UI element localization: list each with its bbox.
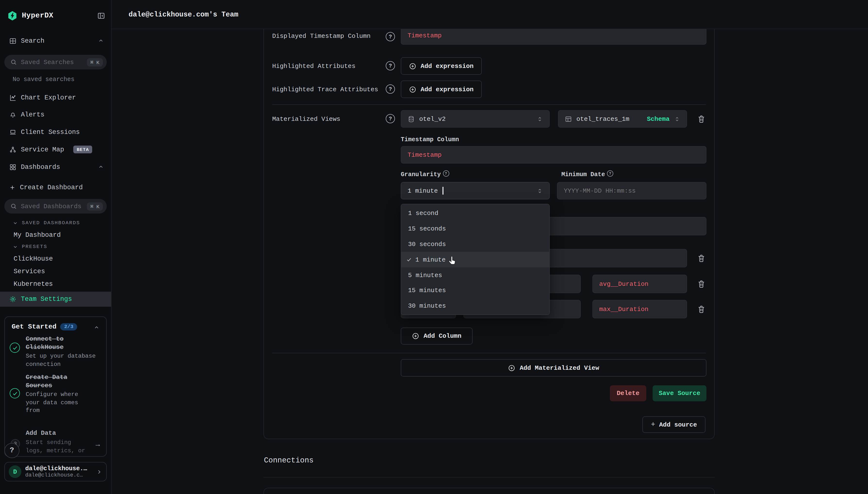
sidebar-item-team-settings[interactable]: Team Settings [0, 292, 111, 307]
delete-source-button[interactable]: Delete [610, 385, 646, 401]
step-complete-check-icon [10, 343, 20, 353]
sidebar-collapse-icon[interactable] [97, 12, 105, 20]
plus-icon [9, 184, 16, 190]
granularity-dropdown: 1 second 15 seconds 30 seconds 1 minute … [401, 204, 550, 315]
section-title: PRESETS [22, 244, 47, 249]
source-settings-panel: Displayed Timestamp Column ? Timestamp H… [264, 29, 715, 439]
plus-icon: + [651, 420, 655, 429]
sidebar-item-kubernetes[interactable]: Kubernetes [0, 279, 111, 289]
save-source-button[interactable]: Save Source [653, 385, 707, 401]
progress-badge: 2/3 [60, 323, 77, 330]
delete-column-icon[interactable] [697, 305, 706, 314]
add-expression-button[interactable]: Add expression [401, 57, 482, 75]
input-value: Timestamp [408, 151, 442, 158]
database-icon [408, 115, 415, 122]
dropdown-option[interactable]: 30 minutes [401, 299, 549, 314]
field-label: Materialized Views [272, 115, 340, 123]
saved-searches-search[interactable]: ⌘ K [4, 55, 107, 70]
preset-link-label: Services [14, 268, 45, 275]
help-icon[interactable]: ? [386, 114, 395, 123]
dropdown-option[interactable]: 1 second [401, 206, 549, 221]
select-value: otel_v2 [419, 115, 446, 122]
step-description: Set up your database connection [26, 352, 101, 368]
delete-column-icon[interactable] [697, 280, 706, 289]
sidebar-item-dashboards[interactable]: Dashboards [0, 160, 111, 174]
table-select[interactable]: otel_traces_1m Schema [558, 110, 687, 128]
hyperdx-logo-icon [7, 11, 17, 21]
get-started-step[interactable]: Connect to ClickHouse [26, 335, 87, 352]
input-value: avg__Duration [599, 280, 649, 287]
add-column-button[interactable]: Add Column [401, 327, 472, 344]
sidebar-item-services[interactable]: Services [0, 266, 111, 277]
granularity-select[interactable]: 1 minute [401, 182, 550, 200]
help-icon[interactable]: ? [386, 61, 395, 70]
mouse-cursor-hand-icon [447, 256, 457, 266]
get-started-header[interactable]: Get Started 2/3 [12, 323, 77, 330]
button-label: Add Materialized View [520, 364, 599, 372]
help-icon[interactable]: ? [386, 32, 395, 41]
team-settings-label: Team Settings [21, 296, 72, 303]
sidebar-item-clickhouse[interactable]: ClickHouse [0, 253, 111, 264]
user-menu[interactable]: D dale@clickhouse.… dale@clickhouse.c… [4, 462, 107, 481]
sidebar-item-label: Dashboards [21, 163, 60, 171]
shortcut-badge: ⌘ K [87, 58, 103, 66]
delete-materialized-view-icon[interactable] [697, 115, 706, 124]
shortcut-badge: ⌘ K [87, 202, 103, 210]
get-started-step[interactable]: Add Data [26, 429, 87, 437]
mv-column-alias-input[interactable]: avg__Duration [593, 275, 687, 293]
chevron-up-icon [98, 164, 104, 170]
saved-dashboards-input[interactable] [21, 203, 83, 210]
saved-dashboards-search[interactable]: ⌘ K [4, 199, 107, 213]
add-expression-button[interactable]: Add expression [401, 80, 482, 98]
dropdown-option[interactable]: 30 seconds [401, 236, 549, 252]
add-materialized-view-button[interactable]: Add Materialized View [401, 359, 707, 377]
dropdown-option-selected[interactable]: 1 minute [401, 252, 549, 268]
sidebar-item-search[interactable]: Search [0, 34, 111, 48]
field-label: Highlighted Trace Attributes [272, 86, 378, 93]
sidebar-item-chart-explorer[interactable]: Chart Explorer [0, 91, 111, 104]
delete-column-icon[interactable] [697, 254, 706, 263]
section-saved-dashboards[interactable]: SAVED DASHBOARDS [0, 220, 111, 226]
sidebar-item-label: Chart Explorer [21, 94, 76, 101]
sidebar-item-label: Search [21, 37, 44, 44]
sidebar-item-service-map[interactable]: Service Map BETA [0, 142, 111, 156]
step-complete-check-icon [10, 388, 20, 398]
mv-timestamp-input[interactable]: Timestamp [401, 146, 707, 164]
dropdown-option[interactable]: 5 minutes [401, 267, 549, 283]
sidebar: HyperDX Search ⌘ K No saved searches [0, 0, 112, 494]
chevron-up-icon[interactable] [94, 325, 99, 330]
dropdown-option[interactable]: 15 minutes [401, 283, 549, 299]
field-label: Highlighted Attributes [272, 63, 355, 70]
sidebar-item-client-sessions[interactable]: Client Sessions [0, 125, 111, 139]
user-name: dale@clickhouse.… [25, 465, 87, 472]
help-button[interactable]: ? [4, 443, 19, 458]
create-dashboard-button[interactable]: Create Dashboard [0, 180, 111, 194]
dropdown-option[interactable]: 15 seconds [401, 221, 549, 237]
select-value: 1 minute [408, 187, 438, 194]
text-caret [443, 187, 443, 195]
schema-link[interactable]: Schema [647, 115, 670, 122]
sidebar-item-my-dashboard[interactable]: My Dashboard [0, 230, 111, 240]
divider [264, 477, 715, 477]
add-source-button[interactable]: + Add source [642, 416, 706, 433]
circle-plus-icon [409, 86, 416, 93]
saved-searches-input[interactable] [21, 58, 83, 66]
help-icon[interactable]: ? [386, 84, 395, 94]
no-saved-searches-note: No saved searches [13, 76, 111, 83]
preset-link-label: ClickHouse [14, 255, 53, 262]
database-select[interactable]: otel_v2 [401, 110, 550, 128]
minimum-date-input[interactable] [564, 187, 700, 194]
sub-field-label: Timestamp Column [401, 136, 459, 143]
help-icon[interactable]: ? [443, 170, 449, 177]
section-presets[interactable]: PRESETS [0, 244, 111, 249]
step-description: Start sending logs, metrics, or traces [26, 439, 91, 457]
help-icon[interactable]: ? [607, 170, 613, 177]
select-chevrons-icon [674, 116, 680, 122]
sidebar-item-alerts[interactable]: Alerts [0, 108, 111, 121]
get-started-step[interactable]: Create Data Sources [26, 373, 87, 390]
circle-plus-icon [412, 332, 419, 340]
select-chevrons-icon [537, 188, 543, 194]
displayed-timestamp-input[interactable]: Timestamp [401, 29, 707, 45]
sidebar-item-label: Service Map [21, 146, 64, 153]
mv-column-alias-input[interactable]: max__Duration [593, 300, 687, 318]
